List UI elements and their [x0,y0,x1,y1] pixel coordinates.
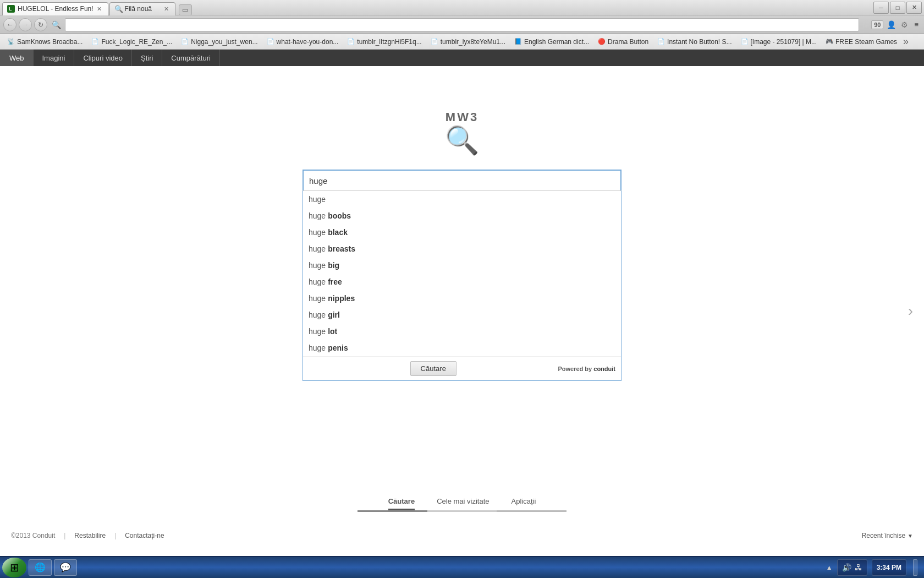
bookmark-label-instant-no: Instant No Button! S... [667,38,732,46]
tab-new[interactable]: 🔍 Filă nouă ✕ [109,2,175,15]
maximize-button[interactable]: □ [890,2,905,14]
refresh-button[interactable]: ↻ [34,18,47,31]
bookmark-image[interactable]: 📄 [Image - 251079] | M... [737,36,821,47]
bookmark-steam[interactable]: 🎮 FREE Steam Games [822,36,901,47]
bottom-tab-aplicatii[interactable]: Aplicații [512,497,536,510]
address-bar: ← → ↻ 🔍 ☆ 90 👤 ⚙ ≡ [0,15,924,34]
bookmark-fuck-logic[interactable]: 📄 Fuck_Logic_RE_Zen_... [87,36,176,47]
suggestion-4[interactable]: huge big [303,257,621,274]
skype-icon: 💬 [60,562,71,572]
nav-tab-web[interactable]: Web [0,50,34,66]
bookmark-tumblr1[interactable]: 📄 tumblr_lItzgnHi5F1q... [343,36,425,47]
footer-copyright: ©2013 Conduit [11,532,55,539]
bottom-tab-cautare[interactable]: Căutare [388,497,415,510]
bookmark-label-nigga: Nigga_you_just_wen... [191,38,257,46]
title-bar: L HUGELOL - Endless Fun! ✕ 🔍 Filă nouă ✕… [0,0,924,15]
taskbar-app-ie[interactable]: 🌐 [29,559,52,576]
footer-contact[interactable]: Contactați-ne [125,532,164,539]
score-badge[interactable]: 90 [871,20,883,29]
bookmark-icon-samknows: 📡 [7,38,15,45]
show-desktop-button[interactable] [913,559,917,576]
suggestion-1[interactable]: huge boobs [303,208,621,224]
volume-icon[interactable]: 🔊 [842,563,851,572]
bottom-tabs: Căutare Cele mai vizitate Aplicații [388,497,536,510]
close-button[interactable]: ✕ [906,2,922,14]
powered-by: Powered by conduit [558,366,615,372]
bookmark-label-image: [Image - 251079] | M... [751,38,817,46]
new-tab-button[interactable]: ▭ [179,4,192,15]
bookmarks-bar: 📡 SamKnows Broadba... 📄 Fuck_Logic_RE_Ze… [0,34,924,50]
bookmark-english-german[interactable]: 📘 English German dict... [510,36,593,47]
back-button[interactable]: ← [3,18,16,31]
bottom-section: Căutare Cele mai vizitate Aplicații [0,497,924,512]
bookmark-label-what-have: what-have-you-don... [277,38,339,46]
search-input-wrapper [302,170,622,192]
main-content: MW3 🔍 huge huge boobs [0,66,924,556]
minimize-button[interactable]: ─ [873,2,889,14]
tab-favicon-new: 🔍 [114,5,122,13]
search-address-icon: 🔍 [50,18,63,31]
nav-tab-stiri[interactable]: Știri [132,50,162,66]
footer-right: Recent închise ▼ [862,532,913,539]
tab-title-hugelol: HUGELOL - Endless Fun! [18,5,94,13]
suggestion-8[interactable]: huge lot [303,323,621,340]
bookmark-icon-fuck-logic: 📄 [91,38,99,45]
bookmark-what-have[interactable]: 📄 what-have-you-don... [263,36,343,47]
bookmark-star-icon[interactable]: ☆ [861,19,869,30]
menu-button[interactable]: ≡ [912,20,921,29]
right-arrow[interactable]: › [908,302,913,320]
search-button[interactable]: Căutare [410,361,457,376]
bookmarks-overflow-button[interactable]: » [903,36,909,47]
suggestion-7[interactable]: huge girl [303,307,621,323]
bookmark-nigga[interactable]: 📄 Nigga_you_just_wen... [177,36,261,47]
tray-expand-button[interactable]: ▲ [826,564,833,571]
footer-recent-arrow[interactable]: ▼ [908,533,913,539]
tab-close-new[interactable]: ✕ [163,5,170,13]
window-controls: ─ □ ✕ [873,2,922,14]
suggestion-5[interactable]: huge free [303,274,621,290]
suggestion-3[interactable]: huge breasts [303,241,621,257]
bookmark-label-tumblr1: tumblr_lItzgnHi5F1q... [357,38,421,46]
search-input[interactable] [304,171,620,190]
bookmark-samknows[interactable]: 📡 SamKnows Broadba... [3,36,86,47]
taskbar-right: ▲ 🔊 🖧 3:34 PM [826,559,922,576]
search-logo: MW3 🔍 [445,110,479,156]
settings-icon[interactable]: ⚙ [899,20,910,29]
bookmark-tumblr2[interactable]: 📄 tumblr_lyx8teYeMu1... [427,36,509,47]
bookmark-drama[interactable]: 🔴 Drama Button [594,36,652,47]
bookmark-icon-nigga: 📄 [181,38,189,45]
taskbar: ⊞ 🌐 💬 ▲ 🔊 🖧 3:34 PM [0,556,924,578]
address-input[interactable] [65,18,859,31]
suggestion-0[interactable]: huge [303,191,621,208]
suggestion-2[interactable]: huge black [303,224,621,241]
bookmark-label-drama: Drama Button [608,38,648,46]
suggestion-6[interactable]: huge nipples [303,290,621,307]
footer-recent-closed[interactable]: Recent închise [862,532,905,539]
start-button[interactable]: ⊞ [2,558,26,577]
network-icon[interactable]: 🖧 [855,563,862,572]
nav-tab-cumparaturi[interactable]: Cumpărături [162,50,220,66]
bookmark-instant-no[interactable]: 📄 Instant No Button! S... [653,36,735,47]
bookmark-icon-image: 📄 [741,38,749,45]
suggestion-9[interactable]: huge penis [303,340,621,356]
forward-button[interactable]: → [19,18,32,31]
taskbar-app-skype[interactable]: 💬 [54,559,77,576]
footer-restore[interactable]: Restabilire [74,532,106,539]
ie-icon: 🌐 [35,562,46,572]
nav-tab-imagini[interactable]: Imagini [34,50,75,66]
bookmark-icon-instant-no: 📄 [657,38,665,45]
tab-title-new: Filă nouă [125,5,161,13]
bookmark-icon-steam: 🎮 [826,38,833,45]
taskbar-clock[interactable]: 3:34 PM [872,559,906,576]
page-footer: ©2013 Conduit | Restabilire | Contactați… [0,532,924,539]
bookmark-icon-tumblr2: 📄 [431,38,438,45]
tab-hugelol[interactable]: L HUGELOL - Endless Fun! ✕ [2,2,108,15]
nav-tab-clipuri[interactable]: Clipuri video [74,50,132,66]
footer-left: ©2013 Conduit | Restabilire | Contactați… [11,532,164,539]
bottom-tab-vizitate[interactable]: Cele mai vizitate [437,497,489,510]
bookmark-label-tumblr2: tumblr_lyx8teYeMu1... [441,38,505,46]
tab-bar: L HUGELOL - Endless Fun! ✕ 🔍 Filă nouă ✕… [2,0,873,15]
tab-close-hugelol[interactable]: ✕ [96,5,103,13]
bookmark-icon-english-german: 📘 [514,38,522,45]
profile-icon[interactable]: 👤 [886,20,897,29]
